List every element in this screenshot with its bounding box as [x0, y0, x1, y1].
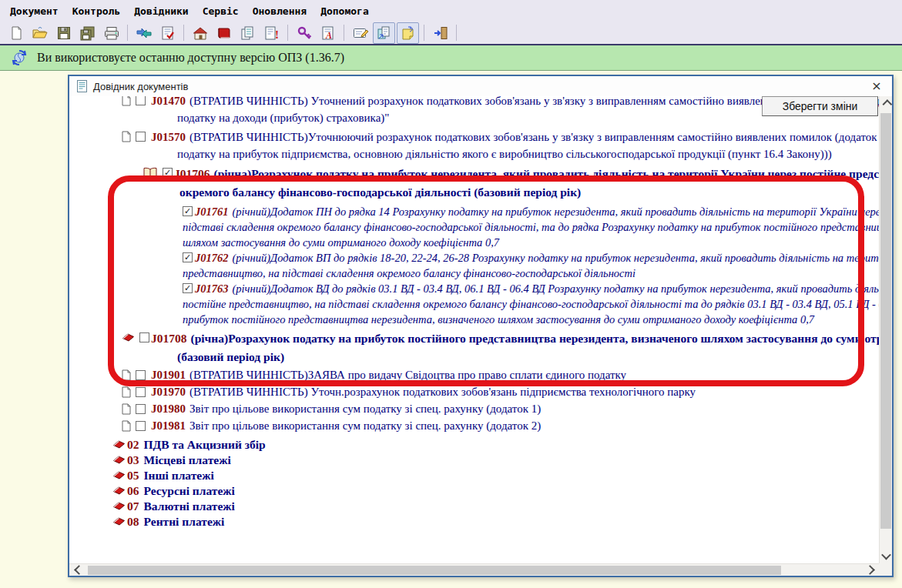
- category-number: 02: [127, 438, 139, 451]
- menu-update[interactable]: Оновлення: [246, 3, 314, 19]
- category-label: Ресурсні платежі: [144, 484, 235, 497]
- menu-control[interactable]: Контроль: [65, 3, 128, 19]
- red-book-icon: [112, 500, 126, 511]
- checkbox[interactable]: [136, 132, 146, 142]
- category-07[interactable]: 07Валютні платежі: [69, 499, 879, 514]
- exit-icon[interactable]: [429, 22, 451, 44]
- tree-item-J01901[interactable]: J01901(ВТРАТИВ ЧИННІСТЬ)ЗАЯВА про видачу…: [69, 367, 879, 383]
- scroll-up-icon[interactable]: [880, 96, 892, 112]
- tree-item-J01470[interactable]: J01470(ВТРАТИВ ЧИННІСТЬ) Уточнений розра…: [69, 96, 879, 126]
- category-03[interactable]: 03Місцеві платежі: [69, 453, 879, 468]
- scroll-left-icon[interactable]: [71, 564, 86, 576]
- document-tree: J01470(ВТРАТИВ ЧИННІСТЬ) Уточнений розра…: [69, 96, 879, 563]
- doc-code: J01763: [195, 282, 229, 295]
- linked-documents-icon[interactable]: [373, 22, 395, 44]
- document-icon: [122, 96, 131, 106]
- svg-text:A: A: [325, 30, 332, 41]
- save-changes-button[interactable]: Зберегти зміни: [762, 96, 878, 116]
- menu-service[interactable]: Сервіс: [196, 3, 246, 19]
- horizontal-scrollbar[interactable]: [69, 563, 879, 576]
- dialog-title: Довідник документів: [93, 81, 188, 92]
- print-icon[interactable]: [100, 22, 122, 44]
- open-book-icon: [143, 167, 158, 179]
- tree-item-J01970[interactable]: J01970(ВТРАТИВ ЧИННІСТЬ) Уточн.розрахуно…: [69, 384, 879, 400]
- sign-key-icon[interactable]: [293, 22, 315, 44]
- document-icon: [122, 403, 131, 415]
- checkbox[interactable]: [136, 421, 146, 431]
- vertical-scrollbar[interactable]: [879, 96, 892, 563]
- category-number: 03: [127, 453, 139, 466]
- category-08[interactable]: 08Рентні платежі: [69, 514, 879, 530]
- checkbox[interactable]: [136, 370, 146, 380]
- doc-description: (річна)Розрахунок податку на прибуток по…: [177, 332, 879, 363]
- red-book-icon: [112, 454, 126, 465]
- dialog-document-icon: [77, 80, 87, 92]
- checkbox[interactable]: [139, 332, 149, 342]
- dialog-title-bar: Довідник документів ×: [69, 76, 892, 97]
- home-icon[interactable]: [189, 22, 211, 44]
- checkbox[interactable]: ✓: [163, 168, 173, 178]
- open-folder-icon[interactable]: [29, 22, 51, 44]
- category-06[interactable]: 06Ресурсні платежі: [69, 483, 879, 499]
- doc-description: (річна)Розрахунок податку на прибуток не…: [179, 167, 879, 199]
- document-icon: [122, 386, 131, 398]
- tree-item-J01762[interactable]: ✓ J01762(річний)Додаток ВП до рядків 18-…: [69, 250, 879, 281]
- toolbar: ! A: [0, 22, 902, 45]
- document-directory-dialog: Довідник документів × Зберегти зміни J01…: [68, 75, 894, 577]
- copy-documents-icon[interactable]: [236, 22, 259, 44]
- check-document-icon[interactable]: [156, 22, 179, 44]
- vertical-scroll-thumb[interactable]: [880, 113, 891, 529]
- menu-document[interactable]: Документ: [3, 3, 65, 19]
- toolbar-separator: [183, 25, 184, 41]
- tree-item-J01763[interactable]: ✓ J01763(річний)Додаток ВД до рядків 03.…: [69, 281, 879, 327]
- doc-description: (річний)Додаток ВД до рядків 03.1 ВД - 0…: [183, 282, 879, 326]
- doc-code: J01570: [151, 131, 186, 143]
- registry-book-icon[interactable]: [213, 22, 235, 44]
- checkbox[interactable]: ✓: [183, 252, 193, 262]
- category-05[interactable]: 05Інші платежі: [69, 468, 879, 483]
- doc-code: J01708: [151, 332, 187, 345]
- scroll-down-icon[interactable]: [880, 548, 892, 563]
- update-notification-text: Ви використовуєте останню доступну версі…: [37, 51, 344, 65]
- save-all-icon[interactable]: [76, 22, 99, 44]
- application-window: Документ Контроль Довідники Сервіс Оновл…: [0, 0, 902, 588]
- tree-item-J01706[interactable]: ✓ J01706(річна)Розрахунок податку на при…: [69, 165, 879, 202]
- tree-item-J01761[interactable]: ✓ J01761(річний)Додаток ПН до рядка 14 Р…: [69, 204, 879, 250]
- menu-help[interactable]: Допомога: [314, 3, 376, 19]
- print-document-icon[interactable]: A: [317, 22, 339, 44]
- checkbox[interactable]: [136, 387, 146, 397]
- category-label: Інші платежі: [144, 469, 214, 482]
- notes-icon[interactable]: [397, 22, 419, 44]
- checkbox[interactable]: ✓: [183, 283, 193, 293]
- save-icon[interactable]: [52, 22, 75, 44]
- doc-code: J01706: [174, 167, 210, 180]
- category-number: 06: [127, 484, 139, 497]
- scrollbar-corner: [879, 563, 892, 576]
- horizontal-scroll-thumb[interactable]: [88, 566, 781, 575]
- tree-item-J01981[interactable]: J01981Звіт про цільове використання сум …: [69, 418, 879, 434]
- doc-description: (річний)Додаток ПН до рядка 14 Розрахунк…: [183, 205, 879, 249]
- menu-directories[interactable]: Довідники: [127, 3, 195, 19]
- update-status-icon: [9, 48, 29, 68]
- tree-item-J01708[interactable]: J01708(річна)Розрахунок податку на прибу…: [69, 329, 879, 366]
- red-book-icon: [112, 469, 126, 480]
- toolbar-separator: [287, 25, 288, 41]
- tree-item-J01980[interactable]: J01980Звіт про цільове використання сум …: [69, 401, 879, 417]
- card-edit-icon[interactable]: [349, 22, 371, 44]
- scroll-right-icon[interactable]: [862, 564, 877, 576]
- new-document-icon[interactable]: [5, 22, 27, 44]
- category-02[interactable]: 02ПДВ та Акцизний збір: [69, 437, 879, 453]
- tree-item-J01570[interactable]: J01570(ВТРАТИВ ЧИННІСТЬ)Уточнюючий розра…: [69, 129, 879, 162]
- checkbox[interactable]: ✓: [183, 206, 193, 216]
- close-icon[interactable]: ×: [869, 79, 884, 94]
- doc-description: (ВТРАТИВ ЧИННІСТЬ)Уточнюючий розрахунок …: [177, 131, 879, 160]
- document-icon: [122, 420, 131, 432]
- toolbar-separator: [127, 25, 128, 41]
- checkbox[interactable]: [136, 404, 146, 414]
- doc-code: J01970: [151, 386, 186, 398]
- doc-description: Звіт про цільове використання сум податк…: [189, 403, 541, 415]
- checkbox[interactable]: [136, 96, 146, 105]
- send-receive-icon[interactable]: [132, 22, 155, 44]
- doc-code: J01762: [195, 252, 229, 264]
- control-report-icon[interactable]: !: [260, 22, 283, 44]
